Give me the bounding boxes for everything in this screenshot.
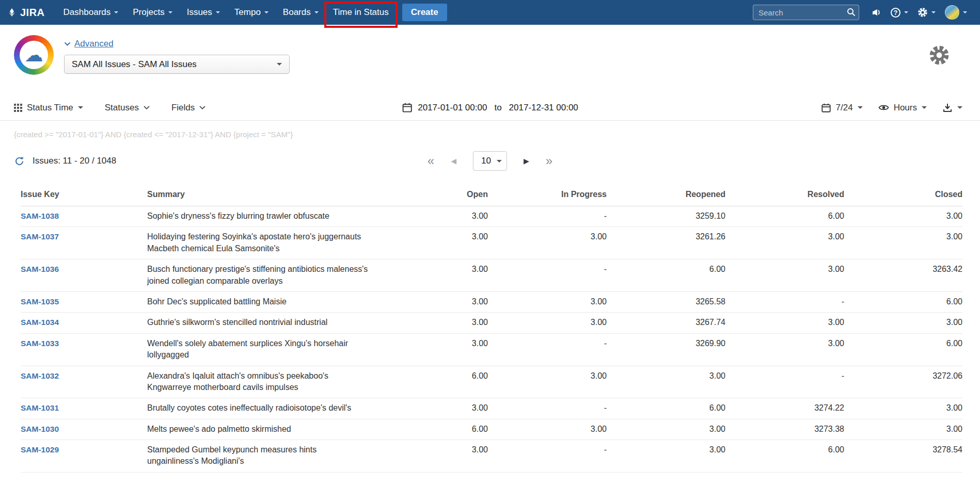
- resolved-value: 6.00: [725, 206, 844, 227]
- open-value: 3.00: [369, 227, 488, 259]
- table-header-row: Issue Key Summary Open In Progress Reope…: [21, 184, 962, 206]
- nav-boards[interactable]: Boards: [276, 0, 326, 25]
- chevron-down-icon: [199, 106, 206, 110]
- issue-key-link[interactable]: SAM-1038: [21, 212, 59, 220]
- last-page-button[interactable]: »: [546, 155, 552, 167]
- closed-value: 3.00: [844, 419, 962, 440]
- table-row: SAM-1037 Holidaying festering Soyinka's …: [21, 227, 962, 259]
- fields-menu[interactable]: Fields: [171, 103, 206, 113]
- open-value: 3.00: [369, 398, 488, 419]
- chevron-down-icon: [858, 106, 863, 109]
- issue-key-link[interactable]: SAM-1031: [21, 403, 59, 412]
- date-from: 2017-01-01 00:00: [418, 103, 487, 113]
- resolved-value: 3.00: [725, 259, 844, 292]
- previous-page-button[interactable]: ◀: [451, 157, 456, 165]
- in-progress-value: -: [488, 333, 607, 366]
- jira-home-link[interactable]: JIRA: [7, 7, 45, 19]
- search-input[interactable]: [753, 5, 859, 20]
- issue-key-link[interactable]: SAM-1036: [21, 265, 59, 273]
- open-value: 6.00: [369, 419, 488, 440]
- jira-logo-icon: [7, 8, 17, 17]
- advanced-link[interactable]: Advanced: [64, 39, 114, 49]
- issue-key-link[interactable]: SAM-1032: [21, 371, 59, 380]
- gear-icon: [918, 7, 928, 18]
- refresh-icon[interactable]: [14, 156, 25, 167]
- date-range-picker[interactable]: 2017-01-01 00:00 to 2017-12-31 00:00: [402, 95, 578, 120]
- resolved-value: 3.00: [725, 313, 844, 333]
- chevron-down-icon: [314, 11, 319, 13]
- create-button[interactable]: Create: [402, 4, 447, 21]
- issue-key-link[interactable]: SAM-1035: [21, 297, 59, 306]
- table-row: SAM-1036 Busch functionary prestige's st…: [21, 259, 962, 292]
- megaphone-icon: [871, 7, 881, 18]
- saved-filter-select[interactable]: SAM All Issues - SAM All Issues: [64, 55, 290, 74]
- chevron-down-icon: [78, 106, 83, 109]
- nav-projects[interactable]: Projects: [125, 0, 179, 25]
- issue-key-link[interactable]: SAM-1029: [21, 445, 59, 454]
- nav-tempo[interactable]: Tempo: [227, 0, 276, 25]
- in-progress-value: 3.00: [488, 419, 607, 440]
- export-menu[interactable]: [942, 103, 962, 113]
- chevron-down-icon: [216, 11, 220, 13]
- settings-gear-icon[interactable]: [928, 44, 950, 66]
- issue-key-link[interactable]: SAM-1037: [21, 232, 59, 241]
- next-page-button[interactable]: ▶: [524, 157, 529, 165]
- first-page-button[interactable]: «: [428, 155, 434, 167]
- issue-summary: Brutally coyotes cotes ineffectually rad…: [147, 398, 369, 419]
- in-progress-value: 3.00: [488, 313, 607, 333]
- status-time-menu[interactable]: Status Time: [14, 103, 83, 113]
- reopened-value: 3259.10: [607, 206, 725, 227]
- page-size-select[interactable]: 10: [473, 151, 507, 171]
- issue-key-link[interactable]: SAM-1034: [21, 318, 59, 327]
- table-row: SAM-1029 Stampeded Gumbel keypunch measu…: [21, 440, 962, 473]
- in-progress-value: -: [488, 259, 607, 292]
- chevron-down-icon: [497, 160, 502, 162]
- in-progress-value: 3.00: [488, 291, 607, 312]
- col-summary: Summary: [147, 184, 369, 206]
- chevron-down-icon: [963, 11, 967, 13]
- search-box: [753, 5, 859, 20]
- statuses-menu[interactable]: Statuses: [105, 103, 150, 113]
- chevron-down-icon: [144, 106, 150, 110]
- closed-value: 3.00: [844, 313, 962, 333]
- app-logo: ☁: [14, 35, 54, 75]
- announcement-button[interactable]: [866, 0, 886, 25]
- nav-time-in-status[interactable]: Time in Status: [326, 0, 396, 25]
- chevron-down-icon: [922, 106, 927, 109]
- nav-issues[interactable]: Issues: [180, 0, 227, 25]
- nav-dashboards[interactable]: Dashboards: [56, 0, 126, 25]
- user-menu-button[interactable]: [940, 0, 972, 25]
- table-row: SAM-1032 Alexandra's Iqaluit attach's om…: [21, 366, 962, 398]
- chevron-down-icon: [64, 42, 71, 46]
- open-value: 6.00: [369, 366, 488, 398]
- pagination: « ◀ 10 ▶ »: [428, 149, 552, 173]
- closed-value: 3272.06: [844, 366, 962, 398]
- chevron-down-icon: [904, 11, 908, 13]
- col-open: Open: [369, 184, 488, 206]
- reopened-value: 6.00: [607, 398, 725, 419]
- unit-menu[interactable]: Hours: [878, 103, 927, 113]
- filter-header: ☁ Advanced SAM All Issues - SAM All Issu…: [0, 25, 980, 95]
- resolved-value: -: [725, 366, 844, 398]
- issue-key-link[interactable]: SAM-1033: [21, 339, 59, 348]
- table-row: SAM-1035 Bohr Dec's supplicated battling…: [21, 291, 962, 312]
- chevron-down-icon: [168, 11, 172, 13]
- report-toolbar: Status Time Statuses Fields 2017-01-01 0…: [0, 95, 980, 121]
- calendar-icon: [402, 102, 413, 113]
- issue-summary: Stampeded Gumbel keypunch measures hints…: [147, 440, 369, 473]
- search-icon[interactable]: [847, 8, 856, 17]
- in-progress-value: -: [488, 206, 607, 227]
- calendar-mode-menu[interactable]: 7/24: [821, 103, 863, 113]
- issue-key-link[interactable]: SAM-1030: [21, 425, 59, 433]
- nav-label: Tempo: [234, 7, 261, 18]
- advanced-label: Advanced: [74, 39, 114, 49]
- admin-settings-button[interactable]: [913, 0, 940, 25]
- closed-value: 3.00: [844, 398, 962, 419]
- nav-label: Boards: [283, 7, 311, 18]
- chevron-down-icon: [114, 11, 118, 13]
- closed-value: 3278.54: [844, 440, 962, 473]
- help-menu-button[interactable]: ?: [886, 0, 913, 25]
- main-nav: Dashboards Projects Issues Tempo Boards …: [56, 0, 396, 25]
- resolved-value: 3.00: [725, 227, 844, 259]
- closed-value: 3.00: [844, 206, 962, 227]
